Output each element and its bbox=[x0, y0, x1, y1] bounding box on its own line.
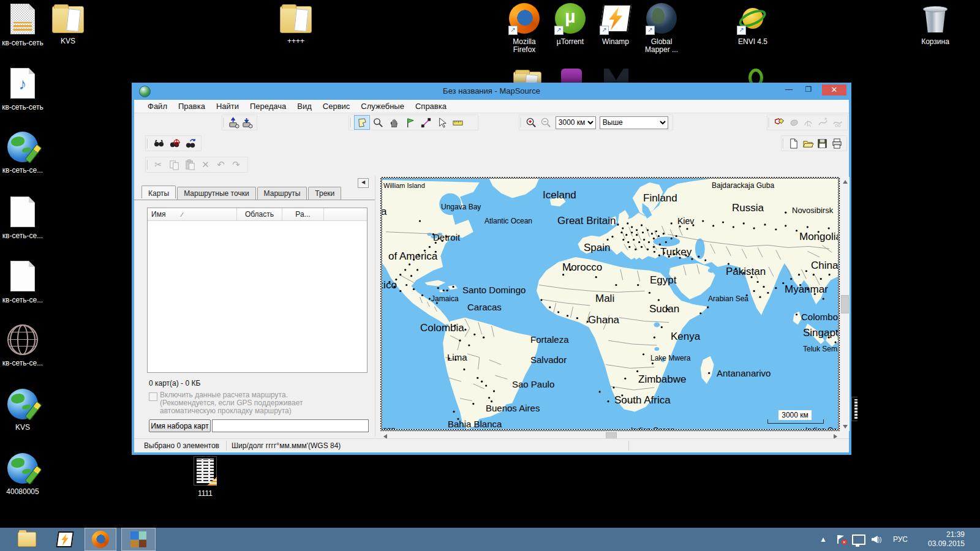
menu-tools[interactable]: Сервис bbox=[317, 100, 356, 111]
map-label: Arabian Sea bbox=[708, 294, 748, 303]
tray-clock[interactable]: 21:39 03.09.2015 bbox=[920, 528, 978, 551]
desktop-icon-1111[interactable]: 1111 bbox=[184, 456, 227, 498]
desktop-icon-7[interactable]: 40080005 bbox=[1, 453, 44, 496]
menu-file[interactable]: Файл bbox=[142, 100, 173, 111]
desktop-icon-label: кв-сеть-сеть bbox=[1, 39, 44, 47]
mapset-name-button[interactable]: Имя набора карт bbox=[149, 419, 211, 432]
find-places-button[interactable] bbox=[151, 136, 167, 151]
map-select-tool-button[interactable] bbox=[354, 115, 370, 130]
distance-ruler-tool-button[interactable] bbox=[450, 115, 466, 130]
copy-button[interactable] bbox=[166, 157, 182, 172]
minimize-button[interactable]: — bbox=[780, 84, 797, 96]
map-label: Atlantic Ocean bbox=[484, 217, 532, 225]
desktop-icon-recycle-bin[interactable]: Корзина bbox=[915, 3, 956, 46]
tab-tracks[interactable]: Треки bbox=[308, 187, 341, 200]
cut-track-tool-button[interactable] bbox=[830, 115, 845, 130]
column-area[interactable]: Область bbox=[237, 208, 282, 220]
desktop-icon-1[interactable]: кв-сеть-сеть bbox=[1, 67, 44, 111]
mapset-name-input[interactable] bbox=[212, 419, 369, 432]
desktop-icon-0[interactable]: кв-сеть-сеть bbox=[1, 3, 44, 47]
tray-network[interactable] bbox=[850, 528, 867, 551]
scroll-down-button[interactable] bbox=[840, 422, 850, 431]
erase-tool-button[interactable] bbox=[787, 115, 802, 130]
join-track-tool-button[interactable] bbox=[816, 115, 831, 130]
menu-transfer[interactable]: Передача bbox=[244, 100, 292, 111]
edit-map-areas-button[interactable] bbox=[772, 115, 787, 130]
route-tool-button[interactable] bbox=[418, 115, 434, 130]
tray-language-indicator[interactable]: РУС bbox=[888, 528, 913, 551]
taskbar-explorer-button[interactable] bbox=[13, 528, 40, 551]
open-file-button[interactable] bbox=[801, 136, 816, 151]
column-size[interactable]: Ра... bbox=[282, 208, 324, 220]
close-button[interactable]: ✕ bbox=[822, 84, 846, 96]
zoom-tool-button[interactable] bbox=[370, 115, 386, 130]
desktop-icon-3[interactable]: кв-сеть-се... bbox=[1, 196, 44, 240]
redo-button[interactable]: ↷ bbox=[228, 157, 244, 172]
paste-button[interactable] bbox=[182, 157, 198, 172]
menu-utilities[interactable]: Служебные bbox=[355, 100, 410, 111]
taskbar-mapsource-button[interactable] bbox=[121, 528, 156, 551]
map-label: Indian Ocean bbox=[631, 426, 674, 429]
zoom-out-button[interactable] bbox=[539, 115, 554, 130]
map-canvas[interactable]: William IslandBajdarackaja GubaIcelandFi… bbox=[380, 177, 840, 431]
collapse-panel-button[interactable]: ◀ bbox=[358, 178, 369, 188]
find-nearest-button[interactable] bbox=[167, 136, 183, 151]
desktop-icon-2[interactable]: кв-сеть-се... bbox=[1, 132, 44, 174]
menu-view[interactable]: Вид bbox=[292, 100, 317, 111]
tab-waypoints[interactable]: Маршрутные точки bbox=[177, 187, 255, 200]
tab-divider bbox=[134, 200, 375, 200]
taskbar-firefox-button[interactable] bbox=[85, 528, 116, 551]
menu-find[interactable]: Найти bbox=[211, 100, 244, 111]
desktop-icon-global-mapper[interactable]: ↗ Global Mapper ... bbox=[641, 3, 682, 54]
map-scale-select[interactable]: 3000 км bbox=[556, 116, 596, 129]
maps-list[interactable]: Имя∕ Область Ра... bbox=[147, 208, 368, 373]
vertical-scroll-thumb[interactable] bbox=[841, 295, 849, 313]
column-name[interactable]: Имя∕ bbox=[148, 208, 237, 220]
split-select-tool-button[interactable] bbox=[801, 115, 816, 130]
receive-from-device-button[interactable] bbox=[241, 115, 254, 130]
tab-maps[interactable]: Карты bbox=[141, 186, 176, 198]
save-button[interactable] bbox=[815, 136, 830, 151]
desktop-icon-plus-folder[interactable]: ++++ bbox=[276, 3, 316, 45]
desktop-icon-winamp[interactable]: ↗ Winamp bbox=[595, 3, 636, 46]
map-viewport[interactable]: William IslandBajdarackaja GubaIcelandFi… bbox=[382, 179, 838, 429]
desktop-icon-5[interactable]: кв-сеть-се... bbox=[1, 324, 44, 367]
desktop-icon-4[interactable]: кв-сеть-се... bbox=[1, 260, 44, 304]
print-button[interactable] bbox=[830, 136, 845, 151]
map-detail-select[interactable]: Выше bbox=[600, 116, 668, 129]
desktop-icon-label: 1111 bbox=[184, 490, 227, 498]
desktop-icon-envi[interactable]: ↗ ENVI 4.5 bbox=[733, 3, 773, 46]
tray-show-hidden-button[interactable]: ▲ bbox=[816, 528, 831, 551]
map-label: Buenos Aires bbox=[486, 403, 540, 413]
taskbar: ▲ ✕ )) РУС 21:39 03.09.2015 bbox=[0, 528, 980, 551]
ic-globe-brush bbox=[7, 389, 38, 419]
desktop-icon-utorrent[interactable]: ↗ µTorrent bbox=[550, 3, 590, 46]
new-document-button[interactable] bbox=[786, 136, 801, 151]
menu-help[interactable]: Справка bbox=[410, 100, 452, 111]
waypoint-flag-tool-button[interactable] bbox=[402, 115, 418, 130]
send-to-device-button[interactable] bbox=[227, 115, 241, 130]
tab-routes[interactable]: Маршруты bbox=[257, 187, 307, 200]
selection-arrow-tool-button[interactable] bbox=[434, 115, 450, 130]
tray-volume[interactable]: )) bbox=[869, 528, 884, 551]
maximize-button[interactable]: ❐ bbox=[800, 84, 817, 96]
include-route-data-checkbox[interactable] bbox=[149, 392, 157, 401]
desktop-icon-kvs-folder[interactable]: KVS bbox=[49, 3, 87, 45]
desktop-icon-6[interactable]: KVS bbox=[1, 389, 44, 432]
delete-button[interactable]: ✕ bbox=[198, 157, 213, 172]
map-labels-layer: William IslandBajdarackaja GubaIcelandFi… bbox=[382, 179, 838, 429]
recent-finds-button[interactable] bbox=[183, 136, 198, 151]
map-label: Novosibirsk bbox=[792, 206, 833, 215]
pan-hand-tool-button[interactable] bbox=[386, 115, 402, 130]
title-bar[interactable]: Без названия - MapSource — ❐ ✕ bbox=[132, 83, 851, 100]
map-vertical-scrollbar[interactable] bbox=[840, 177, 850, 431]
undo-button[interactable]: ↶ bbox=[213, 157, 228, 172]
taskbar-winamp-button[interactable] bbox=[51, 528, 78, 551]
tray-action-center[interactable]: ✕ bbox=[833, 528, 849, 551]
zoom-in-button[interactable] bbox=[524, 115, 539, 130]
scroll-up-button[interactable] bbox=[840, 177, 850, 186]
desktop-icon-firefox[interactable]: ↗ Mozilla Firefox bbox=[503, 3, 545, 54]
menu-edit[interactable]: Правка bbox=[173, 100, 211, 111]
map-label: Pakistan bbox=[726, 266, 766, 278]
cut-button[interactable]: ✂ bbox=[151, 157, 166, 172]
